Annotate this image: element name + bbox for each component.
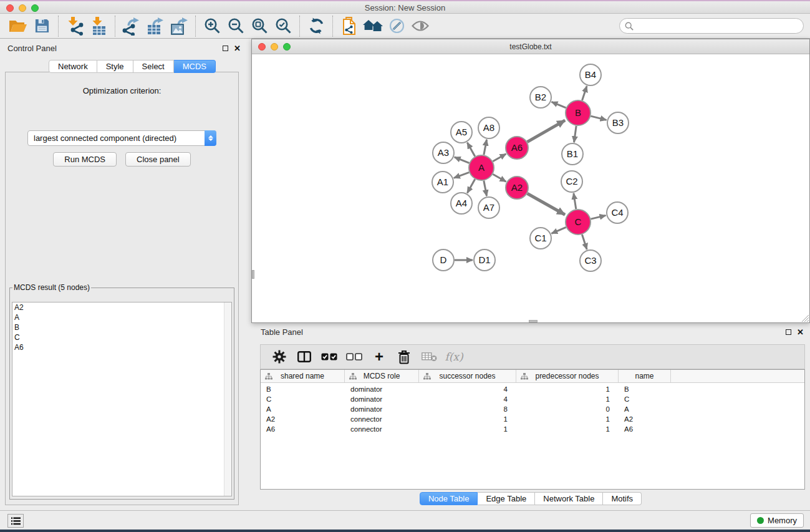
create-column-button[interactable]: +	[368, 346, 390, 367]
import-network-button[interactable]	[63, 16, 87, 37]
save-session-button[interactable]	[30, 16, 54, 37]
column-header-mcds-role[interactable]: MCDS role	[345, 370, 419, 382]
open-file-button[interactable]	[6, 16, 30, 37]
network-node-B2[interactable]: B2	[530, 87, 551, 108]
tab-style[interactable]: Style	[97, 60, 133, 73]
table-cell[interactable]: A	[261, 405, 345, 413]
network-node-B[interactable]: B	[566, 100, 591, 125]
network-node-A7[interactable]: A7	[478, 197, 499, 218]
network-node-C[interactable]: C	[566, 210, 591, 235]
network-node-B4[interactable]: B4	[580, 64, 601, 85]
tab-node-table[interactable]: Node Table	[420, 492, 478, 505]
network-node-C4[interactable]: C4	[607, 202, 628, 223]
table-cell[interactable]: C	[261, 395, 345, 403]
table-row[interactable]: A6connector11A6	[261, 424, 804, 434]
table-cell[interactable]: A	[619, 405, 671, 413]
network-node-A4[interactable]: A4	[451, 193, 472, 214]
table-cell[interactable]: 1	[516, 385, 619, 393]
column-header-shared-name[interactable]: shared name	[261, 370, 345, 382]
table-row[interactable]: A2connector11A2	[261, 414, 804, 424]
network-edge[interactable]	[493, 154, 506, 162]
network-vertical-scroll-thumb[interactable]	[252, 270, 254, 279]
table-cell[interactable]: 4	[419, 395, 516, 403]
table-cell[interactable]: 1	[516, 395, 619, 403]
delete-column-button[interactable]	[393, 346, 415, 367]
zoom-in-button[interactable]	[200, 16, 224, 37]
table-cell[interactable]: connector	[345, 415, 419, 423]
table-row[interactable]: Bdominator41B	[261, 384, 804, 394]
mcds-result-item[interactable]: A6	[12, 342, 231, 352]
mcds-result-item[interactable]: C	[12, 332, 231, 342]
network-node-D[interactable]: D	[433, 249, 454, 271]
network-node-A6[interactable]: A6	[506, 137, 528, 159]
table-cell[interactable]: connector	[345, 425, 419, 433]
zoom-fit-button[interactable]	[248, 16, 271, 37]
mcds-result-item[interactable]: A2	[12, 302, 231, 312]
criterion-select[interactable]: largest connected component (directed)	[27, 130, 216, 146]
network-node-C1[interactable]: C1	[530, 228, 551, 249]
network-node-A[interactable]: A	[469, 155, 494, 180]
network-edge[interactable]	[574, 193, 576, 209]
network-horizontal-scroll-thumb[interactable]	[529, 320, 538, 322]
table-cell[interactable]: 1	[419, 425, 516, 433]
deselect-all-button[interactable]	[343, 346, 365, 367]
run-mcds-button[interactable]: Run MCDS	[53, 152, 117, 167]
network-edge[interactable]	[467, 143, 475, 157]
table-row[interactable]: Cdominator41C	[261, 394, 804, 404]
network-node-B3[interactable]: B3	[607, 112, 629, 133]
zoom-selected-button[interactable]	[271, 16, 295, 37]
table-cell[interactable]: C	[619, 395, 671, 403]
network-node-C2[interactable]: C2	[561, 171, 582, 192]
export-image-button[interactable]	[167, 16, 191, 37]
zoom-out-button[interactable]	[224, 16, 248, 37]
network-node-B1[interactable]: B1	[562, 143, 583, 165]
network-edge[interactable]	[455, 157, 470, 163]
network-edge[interactable]	[591, 215, 605, 219]
network-edge[interactable]	[484, 181, 487, 196]
table-cell[interactable]: 1	[516, 425, 619, 433]
float-panel-icon[interactable]	[223, 46, 228, 51]
mcds-list-scrollbar[interactable]	[224, 302, 231, 496]
export-table-button[interactable]	[143, 16, 167, 37]
table-cell[interactable]: A6	[619, 425, 671, 433]
tab-mcds[interactable]: MCDS	[174, 60, 216, 73]
search-input[interactable]	[619, 18, 804, 34]
network-node-A5[interactable]: A5	[451, 122, 472, 143]
network-node-A8[interactable]: A8	[478, 117, 499, 138]
network-edge[interactable]	[552, 102, 566, 108]
apply-layout-button[interactable]	[304, 16, 328, 37]
network-edge[interactable]	[551, 227, 566, 233]
mcds-result-item[interactable]: B	[12, 322, 231, 332]
close-panel-button[interactable]: Close panel	[125, 152, 191, 167]
table-row[interactable]: Adominator80A	[261, 404, 804, 414]
network-edge[interactable]	[591, 116, 606, 120]
network-edge[interactable]	[484, 140, 487, 155]
window-resize-grip[interactable]	[801, 314, 809, 322]
table-cell[interactable]: 1	[516, 415, 619, 423]
hide-labels-button[interactable]	[385, 16, 408, 37]
tab-network-table[interactable]: Network Table	[535, 492, 603, 505]
new-network-from-selection-button[interactable]	[337, 16, 361, 37]
table-cell[interactable]: A2	[619, 415, 671, 423]
table-cell[interactable]: dominator	[345, 395, 419, 403]
memory-button[interactable]: Memory	[750, 513, 804, 528]
home-button[interactable]	[361, 16, 385, 37]
network-edge[interactable]	[454, 172, 469, 178]
network-edge[interactable]	[528, 193, 566, 215]
show-task-history-button[interactable]	[7, 514, 24, 528]
table-cell[interactable]: 0	[516, 405, 619, 413]
table-cell[interactable]: A6	[261, 425, 345, 433]
table-cell[interactable]: B	[619, 385, 671, 393]
delete-table-button[interactable]	[418, 346, 440, 367]
network-node-A2[interactable]: A2	[506, 177, 528, 199]
mcds-result-item[interactable]: A	[12, 312, 231, 322]
tab-network[interactable]: Network	[49, 60, 97, 73]
network-edge[interactable]	[467, 179, 475, 193]
tab-select[interactable]: Select	[133, 60, 174, 73]
column-header-name[interactable]: name	[619, 370, 671, 382]
network-canvas[interactable]: AA6A2BCA5A8A3A1A4A7B2B4B3B1C2C4C1C3DD1	[252, 54, 809, 322]
import-table-button[interactable]	[87, 16, 110, 37]
tab-edge-table[interactable]: Edge Table	[478, 492, 535, 505]
node-table[interactable]: shared name MCDS role successor nodes pr…	[260, 369, 805, 490]
network-edge[interactable]	[582, 86, 587, 100]
